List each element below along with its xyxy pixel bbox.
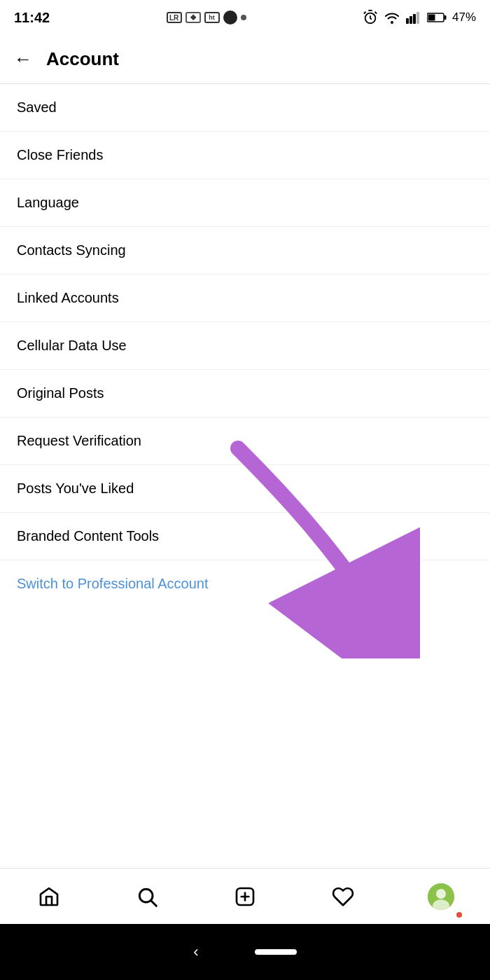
page-title: Account (46, 48, 119, 70)
svg-rect-7 (428, 15, 435, 21)
svg-rect-2 (410, 16, 412, 24)
menu-item-cellular-data[interactable]: Cellular Data Use (0, 322, 490, 370)
status-time: 11:42 (14, 10, 50, 26)
menu-item-original-posts[interactable]: Original Posts (0, 370, 490, 417)
avatar-face (428, 883, 454, 910)
back-button[interactable]: ← (14, 48, 32, 70)
svg-rect-1 (406, 18, 409, 24)
menu-item-saved[interactable]: Saved (0, 84, 490, 132)
menu-item-language[interactable]: Language (0, 179, 490, 227)
system-nav-bar: ‹ (0, 924, 490, 980)
header: ← Account (0, 35, 490, 84)
system-back-button[interactable]: ‹ (193, 943, 198, 961)
wifi-icon (384, 11, 400, 24)
alarm-icon (363, 10, 378, 25)
status-bar: 11:42 LR ❖ ht (0, 0, 490, 35)
slack-icon: ❖ (186, 12, 201, 23)
battery-percent: 47% (452, 11, 476, 25)
svg-point-15 (436, 889, 446, 899)
dot-icon (241, 15, 246, 20)
svg-rect-3 (413, 14, 416, 24)
profile-dot (455, 911, 463, 919)
lr-icon: LR (167, 12, 182, 23)
nav-profile[interactable] (420, 876, 462, 918)
svg-line-10 (151, 901, 156, 906)
menu-list: Saved Close Friends Language Contacts Sy… (0, 84, 490, 607)
svg-rect-6 (444, 15, 446, 20)
search-icon (136, 885, 158, 908)
menu-item-contacts-syncing[interactable]: Contacts Syncing (0, 227, 490, 275)
menu-item-branded-content[interactable]: Branded Content Tools (0, 513, 490, 560)
menu-item-switch-professional[interactable]: Switch to Professional Account (0, 560, 490, 607)
signal-icon (406, 11, 421, 24)
battery-icon (427, 12, 447, 23)
menu-item-request-verification[interactable]: Request Verification (0, 417, 490, 465)
bottom-nav (0, 868, 490, 924)
app-icons: LR ❖ ht (167, 11, 246, 25)
system-home-pill[interactable] (255, 949, 297, 955)
add-icon (234, 885, 256, 908)
heart-icon (332, 885, 354, 908)
menu-item-linked-accounts[interactable]: Linked Accounts (0, 275, 490, 322)
nav-heart[interactable] (322, 876, 364, 918)
menu-item-close-friends[interactable]: Close Friends (0, 132, 490, 179)
status-right: 47% (363, 10, 476, 25)
profile-avatar (428, 883, 454, 910)
home-icon (38, 885, 60, 908)
ht-icon: ht (204, 12, 220, 23)
nav-add[interactable] (224, 876, 266, 918)
svg-rect-4 (416, 12, 419, 24)
nav-home[interactable] (28, 876, 70, 918)
nav-search[interactable] (126, 876, 168, 918)
menu-item-posts-liked[interactable]: Posts You've Liked (0, 465, 490, 513)
circle-icon (223, 11, 237, 25)
